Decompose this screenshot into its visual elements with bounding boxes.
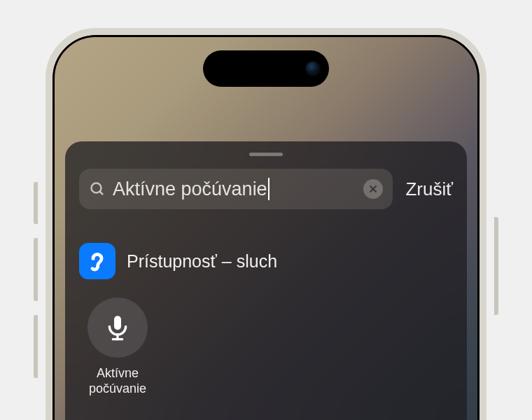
search-query: Aktívne počúvanie [113, 178, 267, 200]
microphone-icon [104, 314, 132, 342]
front-camera [305, 61, 321, 76]
result-item-icon [88, 298, 148, 358]
result-item[interactable]: Aktívne počúvanie [79, 298, 156, 396]
search-panel: Aktívne počúvanie Zrušiť [65, 141, 467, 420]
text-cursor [268, 178, 270, 200]
search-row: Aktívne počúvanie Zrušiť [79, 169, 453, 209]
svg-point-0 [92, 183, 102, 193]
accessibility-hearing-icon [79, 243, 115, 279]
results-section: Prístupnosť – sluch Aktívne počúvanie [79, 243, 453, 396]
search-input[interactable]: Aktívne počúvanie [113, 178, 356, 200]
search-field[interactable]: Aktívne počúvanie [79, 169, 393, 209]
clear-search-button[interactable] [363, 179, 383, 199]
sheet-grabber[interactable] [249, 153, 283, 156]
svg-rect-4 [114, 316, 121, 330]
close-icon [369, 185, 377, 193]
cancel-button[interactable]: Zrušiť [405, 178, 453, 200]
svg-line-1 [100, 192, 104, 195]
result-section-title: Prístupnosť – sluch [127, 251, 277, 272]
result-item-label: Aktívne počúvanie [89, 366, 146, 396]
phone-frame: Aktívne počúvanie Zrušiť [46, 28, 486, 420]
search-icon [89, 181, 106, 197]
result-header[interactable]: Prístupnosť – sluch [79, 243, 453, 279]
